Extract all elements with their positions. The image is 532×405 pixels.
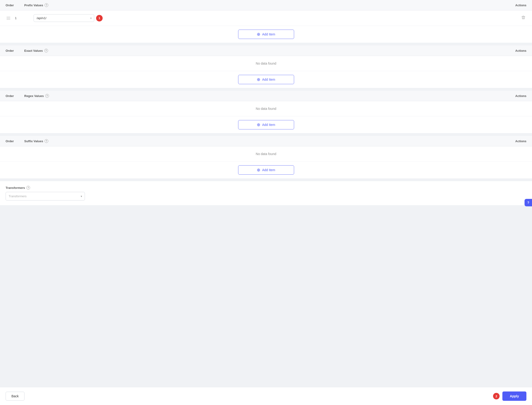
prefix-actions-col: Actions: [508, 4, 526, 7]
main-content: Order Prefix Values ? Actions 1 × 1: [0, 0, 532, 387]
regex-add-item-wrap: ⊕ Add Item: [0, 116, 532, 133]
exact-values-col: Exact Values ?: [24, 49, 508, 53]
suffix-values-col: Suffix Values ?: [24, 139, 508, 143]
exact-add-item-wrap: ⊕ Add Item: [0, 71, 532, 88]
prefix-delete-button[interactable]: [520, 14, 526, 22]
prefix-add-item-label: Add Item: [262, 32, 275, 36]
prefix-row-actions: [508, 14, 526, 22]
exact-plus-icon: ⊕: [257, 77, 260, 82]
apply-button[interactable]: Apply: [502, 392, 526, 401]
regex-no-data: No data found: [0, 101, 532, 116]
suffix-section: Order Suffix Values ? Actions No data fo…: [0, 136, 532, 178]
prefix-value-input[interactable]: [34, 14, 94, 22]
prefix-plus-icon: ⊕: [257, 32, 260, 36]
prefix-values-col: Prefix Values ?: [24, 3, 508, 7]
transformers-select-wrap: Transformers ▾: [6, 192, 85, 201]
regex-values-col: Regex Values ?: [24, 94, 508, 98]
suffix-add-item-label: Add Item: [262, 168, 275, 172]
regex-plus-icon: ⊕: [257, 123, 260, 127]
regex-header: Order Regex Values ? Actions: [0, 91, 532, 101]
transformers-help-icon[interactable]: ?: [26, 186, 30, 189]
prefix-badge: 1: [96, 15, 103, 21]
prefix-clear-button[interactable]: ×: [90, 17, 92, 20]
prefix-add-item-wrap: ⊕ Add Item: [0, 26, 532, 43]
exact-header: Order Exact Values ? Actions: [0, 46, 532, 56]
exact-actions-col: Actions: [508, 49, 526, 53]
suffix-values-label: Suffix Values: [24, 139, 43, 143]
prefix-row-1: 1 × 1: [0, 11, 532, 26]
exact-section: Order Exact Values ? Actions No data fou…: [0, 46, 532, 88]
suffix-help-icon[interactable]: ?: [45, 139, 48, 143]
suffix-add-item-button[interactable]: ⊕ Add Item: [238, 165, 294, 175]
footer-right: 2 Apply: [493, 392, 526, 401]
suffix-add-item-wrap: ⊕ Add Item: [0, 162, 532, 178]
floating-help-icon[interactable]: ?: [525, 199, 532, 206]
transformers-label: Transformers: [6, 186, 25, 189]
prefix-order-col: Order: [6, 4, 24, 7]
transformers-label-wrap: Transformers ?: [6, 186, 526, 189]
suffix-order-col: Order: [6, 139, 24, 143]
exact-help-icon[interactable]: ?: [44, 49, 48, 53]
exact-add-item-button[interactable]: ⊕ Add Item: [238, 75, 294, 84]
exact-add-item-label: Add Item: [262, 78, 275, 81]
regex-add-item-button[interactable]: ⊕ Add Item: [238, 120, 294, 129]
regex-actions-col: Actions: [508, 94, 526, 98]
prefix-row-order: 1: [15, 16, 34, 20]
prefix-row-value: × 1: [34, 14, 508, 22]
exact-values-label: Exact Values: [24, 49, 43, 53]
prefix-values-label: Prefix Values: [24, 4, 43, 7]
prefix-header: Order Prefix Values ? Actions: [0, 0, 532, 11]
regex-order-col: Order: [6, 94, 24, 98]
prefix-help-icon[interactable]: ?: [45, 3, 48, 7]
drag-handle[interactable]: [6, 16, 11, 20]
suffix-plus-icon: ⊕: [257, 168, 260, 172]
exact-order-col: Order: [6, 49, 24, 53]
suffix-actions-col: Actions: [508, 139, 526, 143]
apply-badge: 2: [493, 393, 500, 399]
transformers-select[interactable]: Transformers: [6, 192, 85, 201]
footer: Back 2 Apply: [0, 387, 532, 405]
suffix-header: Order Suffix Values ? Actions: [0, 136, 532, 146]
prefix-add-item-button[interactable]: ⊕ Add Item: [238, 30, 294, 39]
regex-section: Order Regex Values ? Actions No data fou…: [0, 91, 532, 133]
prefix-input-wrap: ×: [34, 14, 94, 22]
back-button[interactable]: Back: [6, 392, 25, 401]
prefix-section: Order Prefix Values ? Actions 1 × 1: [0, 0, 532, 43]
regex-add-item-label: Add Item: [262, 123, 275, 127]
transformers-section: Transformers ? Transformers ▾: [0, 181, 532, 205]
exact-no-data: No data found: [0, 56, 532, 71]
regex-values-label: Regex Values: [24, 94, 44, 98]
regex-help-icon[interactable]: ?: [45, 94, 49, 98]
suffix-no-data: No data found: [0, 146, 532, 162]
